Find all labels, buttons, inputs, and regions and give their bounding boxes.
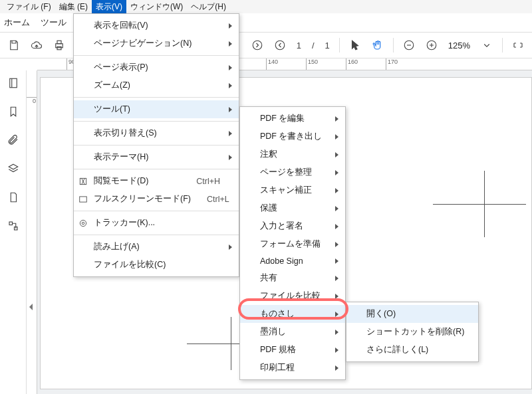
layers-icon[interactable] — [7, 163, 19, 177]
attachment-icon[interactable] — [7, 134, 19, 148]
cloud-icon[interactable] — [28, 37, 45, 54]
tab-tools[interactable]: ツール — [41, 17, 66, 29]
svg-point-12 — [80, 220, 86, 226]
tracker-icon — [78, 218, 88, 229]
submenu-prepare-form[interactable]: フォームを準備 — [240, 235, 345, 253]
menu-zoom[interactable]: ズーム(Z) — [74, 76, 239, 94]
read-mode-icon — [78, 176, 88, 187]
ruler-tick: 170 — [386, 58, 398, 70]
crop-mark — [433, 171, 526, 237]
svg-point-13 — [82, 222, 84, 225]
structure-icon[interactable] — [7, 220, 19, 234]
submenu-remove-shortcut[interactable]: ショートカットを削除(R) — [346, 323, 478, 341]
measure-submenu: 開く(O) ショートカットを削除(R) さらに詳しく(L) — [346, 302, 479, 362]
zoom-dropdown-icon[interactable] — [478, 37, 495, 54]
menu-show-hide[interactable]: 表示切り替え(S) — [74, 124, 239, 142]
ruler-tick: 140 — [266, 58, 278, 70]
submenu-adobe-sign[interactable]: Adobe Sign — [240, 253, 345, 269]
svg-rect-8 — [9, 222, 13, 225]
page-sep: / — [312, 41, 315, 50]
zoom-in-icon[interactable] — [423, 37, 440, 54]
view-menu: 表示を回転(V) ページナビゲーション(N) ページ表示(P) ズーム(Z) ツ… — [73, 13, 239, 277]
ruler-tick: 160 — [346, 58, 358, 70]
print-icon[interactable] — [51, 37, 68, 54]
tab-home[interactable]: ホーム — [4, 17, 30, 29]
svg-rect-7 — [9, 78, 17, 88]
submenu-comment[interactable]: 注釈 — [240, 146, 345, 163]
nav-prev-icon[interactable] — [271, 37, 289, 54]
submenu-organize-pages[interactable]: ページを整理 — [240, 163, 345, 181]
submenu-protect[interactable]: 保護 — [240, 199, 345, 217]
submenu-pdf-standards[interactable]: PDF 規格 — [240, 341, 345, 359]
svg-rect-2 — [57, 47, 61, 50]
menu-page-display[interactable]: ページ表示(P) — [74, 58, 239, 76]
hand-icon[interactable] — [369, 37, 386, 54]
submenu-redact[interactable]: 墨消し — [240, 323, 345, 341]
menu-read-mode[interactable]: 閲覧モード(D)Ctrl+H — [74, 172, 239, 190]
submenu-measure[interactable]: ものさし — [240, 305, 345, 323]
menu-compare-files[interactable]: ファイルを比較(C) — [74, 256, 239, 274]
submenu-compare[interactable]: ファイルを比較 — [240, 287, 345, 305]
menu-tools[interactable]: ツール(T) — [74, 100, 239, 118]
submenu-learn-more[interactable]: さらに詳しく(L) — [346, 341, 478, 359]
submenu-open[interactable]: 開く(O) — [346, 305, 478, 323]
zoom-value[interactable]: 125% — [448, 41, 470, 50]
menu-tracker[interactable]: トラッカー(K)... — [74, 214, 239, 232]
pointer-icon[interactable] — [346, 37, 364, 54]
tools-submenu: PDF を編集 PDF を書き出し 注釈 ページを整理 スキャン補正 保護 入力… — [239, 106, 346, 380]
vertical-ruler: 0 — [27, 70, 37, 394]
bookmark-icon[interactable] — [7, 106, 19, 120]
svg-rect-11 — [80, 196, 87, 201]
menu-file[interactable]: ファイル (F) — [3, 0, 55, 14]
page-current[interactable]: 1 — [297, 41, 301, 50]
svg-rect-1 — [57, 41, 61, 44]
ruler-tick: 150 — [306, 58, 318, 70]
vruler-tick: 0 — [27, 97, 37, 104]
side-panel — [0, 70, 27, 394]
panel-collapse-icon[interactable] — [27, 299, 35, 315]
menu-view[interactable]: 表示(V) — [92, 0, 126, 14]
submenu-fill-sign[interactable]: 入力と署名 — [240, 217, 345, 235]
menu-window[interactable]: ウィンドウ(W) — [126, 0, 187, 14]
thumbnails-icon[interactable] — [7, 77, 19, 91]
menu-read-aloud[interactable]: 読み上げ(A) — [74, 238, 239, 256]
menu-edit[interactable]: 編集 (E) — [55, 0, 92, 14]
menu-page-navigation[interactable]: ページナビゲーション(N) — [74, 35, 239, 52]
svg-rect-0 — [56, 44, 63, 48]
fit-icon[interactable] — [509, 37, 527, 54]
menu-help[interactable]: ヘルプ(H) — [187, 0, 230, 14]
menu-display-theme[interactable]: 表示テーマ(H) — [74, 148, 239, 166]
submenu-edit-pdf[interactable]: PDF を編集 — [240, 110, 345, 128]
submenu-scan[interactable]: スキャン補正 — [240, 181, 345, 199]
submenu-share[interactable]: 共有 — [240, 269, 345, 287]
menubar: ファイル (F) 編集 (E) 表示(V) ウィンドウ(W) ヘルプ(H) — [0, 0, 532, 13]
menu-fullscreen[interactable]: フルスクリーンモード(F)Ctrl+L — [74, 190, 239, 208]
submenu-print-production[interactable]: 印刷工程 — [240, 359, 345, 377]
save-icon[interactable] — [5, 37, 23, 54]
nav-next-icon[interactable] — [249, 37, 266, 54]
zoom-out-icon[interactable] — [400, 37, 418, 54]
menu-rotate-view[interactable]: 表示を回転(V) — [74, 17, 239, 35]
page-total: 1 — [325, 41, 330, 50]
submenu-export-pdf[interactable]: PDF を書き出し — [240, 128, 345, 146]
page-icon[interactable] — [7, 191, 19, 205]
fullscreen-icon — [78, 194, 88, 205]
svg-point-3 — [253, 41, 262, 50]
svg-point-4 — [275, 41, 285, 50]
